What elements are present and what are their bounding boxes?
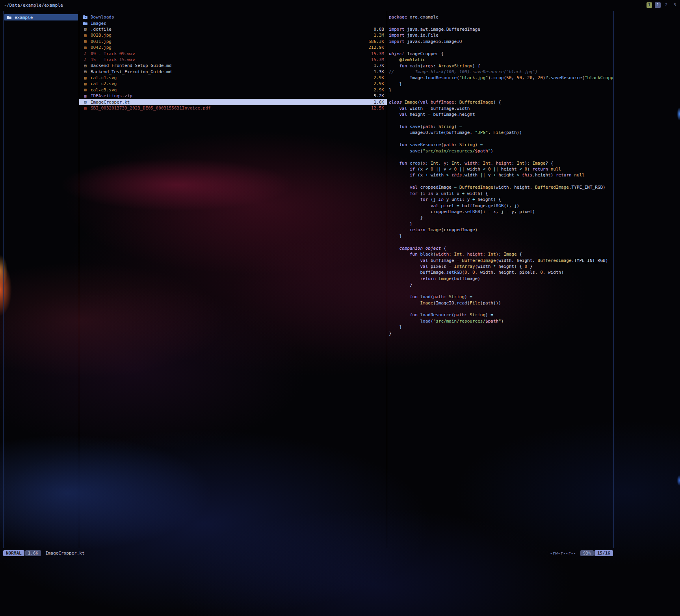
file-row[interactable]: ▨cal-c2.svg2.9K [79, 81, 387, 87]
statusbar: NORMAL 1.6K ImageCropper.kt -rw-r--r-- 9… [3, 550, 613, 557]
file-size: 212.9K [368, 45, 384, 50]
code-line: for (i in x until x + width) { [389, 191, 613, 197]
file-size: 1.6K [374, 100, 385, 105]
file-row[interactable]: Downloads [79, 14, 387, 20]
file-row[interactable]: ▤Backend_Test_Execution_Guide.md1.3K [79, 69, 387, 75]
file-row[interactable]: ▤SBI_0032013739_2023_DE05_0003155631Invo… [79, 105, 387, 111]
pdf-icon: ▤ [83, 106, 88, 111]
code-line: } [389, 215, 613, 221]
file-row[interactable]: ▨0028.jpg1.3M [79, 32, 387, 38]
image-icon: ▨ [83, 87, 88, 92]
code-line [389, 178, 613, 184]
code-line: } [389, 233, 613, 239]
file-size: 12.5K [371, 106, 384, 111]
file-row[interactable]: ▨cal-c1.svg2.9K [79, 75, 387, 81]
tab-1[interactable]: 1 [647, 2, 652, 8]
code-line: save("src/main/resources/$path") [389, 148, 613, 154]
file-name: Images [91, 21, 381, 26]
file-row[interactable]: ♪15 - Track 15.wav15.3M [79, 57, 387, 63]
code-line: fun main(args: Array<String>) { [389, 63, 613, 69]
code-line: if (x < 0 || y < 0 || width < 0 || heigh… [389, 166, 613, 172]
code-line: buffImage.setRGB(0, 0, width, height, pi… [389, 269, 613, 275]
folder-download-icon [83, 16, 87, 19]
code-line: if (x + width > this.width || y + height… [389, 172, 613, 178]
file-name: 09 - Track 09.wav [91, 51, 368, 56]
image-icon: ▨ [83, 45, 88, 50]
code-line [389, 20, 613, 26]
code-line: fun saveResource(path: String) = [389, 142, 613, 148]
file-row[interactable]: ▨0042.jpg212.9K [79, 45, 387, 50]
code-line: val croppedImage = BufferedImage(width, … [389, 184, 613, 190]
code-line [389, 136, 613, 142]
code-line: } [389, 282, 613, 288]
code-line: import javax.imageio.ImageIO [389, 39, 613, 45]
code-line: load("src/main/resources/$path") [389, 318, 613, 324]
file-name: 0031.jpg [91, 39, 366, 44]
file-name: .dotfile [91, 27, 371, 32]
topbar: ~/Data/example/example 1123 [4, 2, 678, 9]
file-name: 15 - Track 15.wav [91, 57, 368, 62]
code-line: for (j in y until y + height) { [389, 197, 613, 202]
tab-list: 1123 [647, 2, 678, 8]
code-line: companion object { [389, 245, 613, 251]
code-lines: package org.example import java.awt.imag… [389, 14, 613, 336]
file-name: cal-c1.svg [91, 75, 371, 80]
code-line: fun load(path: String) = [389, 294, 613, 300]
file-size: 1.3K [374, 69, 385, 74]
file-row[interactable]: ▤Backend_Frontend_Setup_Guide.md1.7K [79, 63, 387, 69]
kotlin-icon: ▤ [83, 100, 88, 104]
code-line: } [389, 81, 613, 87]
file-size-badge: 1.6K [25, 550, 41, 556]
file-row[interactable]: Images [79, 20, 387, 26]
archive-icon: ▦ [83, 94, 88, 98]
code-line: fun crop(x: Int, y: Int, width: Int, hei… [389, 160, 613, 166]
file-size: 2.9K [374, 75, 385, 80]
code-line [389, 154, 613, 160]
image-icon: ▨ [83, 33, 88, 38]
code-line: return Image(buffImage) [389, 276, 613, 282]
code-line [389, 45, 613, 50]
tab-3[interactable]: 2 [663, 2, 669, 8]
code-line: import java.io.File [389, 32, 613, 38]
code-line [389, 93, 613, 99]
file-size: 15.3M [371, 57, 384, 62]
image-icon: ▨ [83, 82, 88, 86]
file-row[interactable]: ♪09 - Track 09.wav15.3M [79, 50, 387, 56]
folder-icon [7, 17, 11, 19]
file-name: 0042.jpg [91, 45, 366, 50]
file-size: 586.3K [368, 39, 384, 44]
file-row[interactable]: ▤ImageCropper.kt1.6K [79, 99, 387, 105]
code-line: package org.example [389, 14, 613, 20]
code-line: fun save(path: String) = [389, 124, 613, 130]
file-row[interactable]: ▤.dotfile0.0B [79, 26, 387, 32]
code-line: @JvmStatic [389, 57, 613, 63]
file-name: Backend_Test_Execution_Guide.md [91, 69, 371, 74]
code-line: val height = buffImage.height [389, 111, 613, 117]
file-row[interactable]: ▨cal-c3.svg2.9K [79, 87, 387, 93]
desktop: ~/Data/example/example 1123 example Down… [0, 0, 680, 616]
preview-pane: package org.example import java.awt.imag… [387, 11, 613, 548]
file-size: 1.7K [374, 63, 385, 68]
markdown-icon: ▤ [83, 63, 88, 68]
scroll-percent-badge: 93% [580, 550, 594, 556]
tab-2[interactable]: 1 [655, 2, 661, 8]
statusbar-right: -rw-r--r-- 93% 15/16 [550, 550, 613, 556]
file-row[interactable]: ▨0031.jpg586.3K [79, 39, 387, 45]
code-line: // Image.black(100, 100).saveResource("b… [389, 69, 613, 75]
code-line [389, 288, 613, 294]
file-name: 0028.jpg [91, 33, 371, 38]
file-name: Backend_Frontend_Setup_Guide.md [91, 63, 371, 68]
code-line: croppedImage.setRGB(i - x, j - y, pixel) [389, 209, 613, 215]
tab-4[interactable]: 3 [672, 2, 678, 8]
code-line: } [389, 324, 613, 330]
file-name: cal-c2.svg [91, 81, 371, 86]
file-size: 5.2K [374, 93, 385, 98]
file-name: ImageCropper.kt [91, 100, 371, 105]
tree-item-example[interactable]: example [4, 14, 78, 20]
breadcrumb-path: ~/Data/example/example [4, 3, 63, 8]
statusbar-filename: ImageCropper.kt [45, 551, 84, 556]
file-row[interactable]: ▦IDEAsettings.zip5.2K [79, 93, 387, 99]
code-line: } [389, 221, 613, 227]
file-icon: ▤ [83, 27, 88, 32]
code-line: } [389, 87, 613, 93]
